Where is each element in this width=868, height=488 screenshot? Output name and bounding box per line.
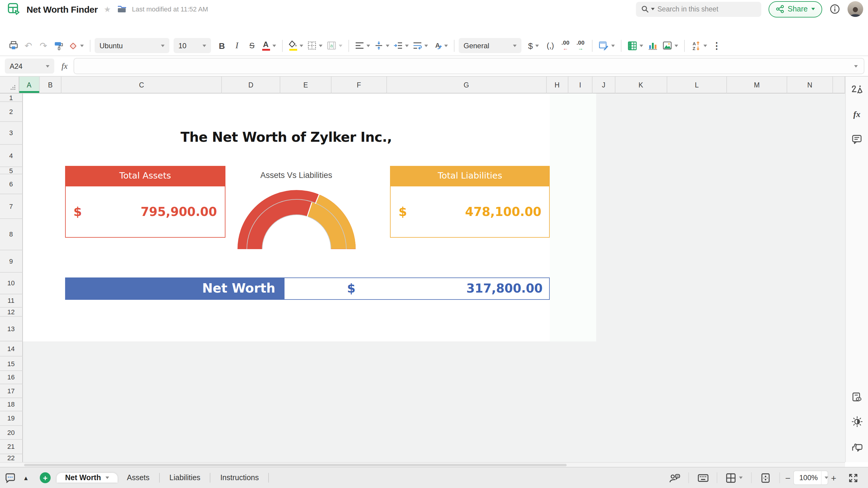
column-header-M[interactable]: M <box>727 77 787 93</box>
zia-assistant-icon[interactable] <box>849 83 864 97</box>
redo-button[interactable]: ↷ <box>36 38 51 53</box>
row-header-22[interactable]: 22 <box>0 454 23 462</box>
total-liabilities-card[interactable]: Total Liabilities $478,100.00 <box>390 166 550 237</box>
more-tools-button[interactable]: ⋮ <box>710 38 724 53</box>
column-header-I[interactable]: I <box>568 77 592 93</box>
keyboard-shortcuts-icon[interactable] <box>695 470 711 486</box>
conditional-format-button[interactable] <box>597 38 617 53</box>
row-header-20[interactable]: 20 <box>0 426 23 440</box>
number-format-select[interactable]: General <box>459 38 521 53</box>
column-header-N[interactable]: N <box>787 77 833 93</box>
formula-bar-expand-caret-icon[interactable] <box>854 65 858 67</box>
row-header-15[interactable]: 15 <box>0 356 23 371</box>
row-header-19[interactable]: 19 <box>0 411 23 426</box>
column-header-D[interactable]: D <box>222 77 281 93</box>
horizontal-scrollbar[interactable] <box>0 462 845 467</box>
fill-color-button[interactable] <box>287 38 305 53</box>
document-title[interactable]: Net Worth Finder <box>27 4 98 14</box>
zoom-level-select[interactable]: 100% <box>793 470 828 485</box>
add-sheet-button[interactable]: + <box>40 472 51 483</box>
sheet-list-button[interactable]: ▲ <box>18 470 34 486</box>
print-button[interactable] <box>6 38 21 53</box>
borders-button[interactable] <box>306 38 324 53</box>
format-painter-button[interactable] <box>51 38 66 53</box>
sheet-tab-assets[interactable]: Assets <box>117 473 159 483</box>
text-color-button[interactable]: A <box>260 38 278 53</box>
column-header-E[interactable]: E <box>280 77 332 93</box>
column-header-G[interactable]: G <box>387 77 547 93</box>
row-header-14[interactable]: 14 <box>0 341 23 356</box>
sheet-tab-instructions[interactable]: Instructions <box>211 473 269 483</box>
appearance-theme-icon[interactable] <box>849 414 864 429</box>
insert-table-button[interactable] <box>626 38 645 53</box>
sheet-tab-liabilities[interactable]: Liabilities <box>160 473 210 483</box>
font-family-select[interactable]: Ubuntu <box>95 38 169 53</box>
row-header-8[interactable]: 8 <box>0 219 23 250</box>
select-all-corner[interactable] <box>0 77 19 93</box>
row-header-11[interactable]: 11 <box>0 294 23 307</box>
column-header-K[interactable]: K <box>615 77 667 93</box>
zoho-sheet-logo[interactable] <box>7 2 21 16</box>
column-header-H[interactable]: H <box>547 77 568 93</box>
networth-value-cell[interactable]: $317,800.00 <box>284 277 550 299</box>
row-header-6[interactable]: 6 <box>0 174 23 194</box>
horizontal-scrollbar-thumb[interactable] <box>24 464 567 466</box>
favorite-star-icon[interactable]: ★ <box>104 4 111 13</box>
clear-format-button[interactable] <box>66 38 86 53</box>
undo-button[interactable]: ↶ <box>21 38 36 53</box>
italic-button[interactable]: I <box>230 38 244 53</box>
functions-panel-icon[interactable]: fx <box>849 107 864 122</box>
column-header-F[interactable]: F <box>332 77 387 93</box>
insert-image-button[interactable] <box>661 38 680 53</box>
row-header-16[interactable]: 16 <box>0 371 23 384</box>
grid-canvas[interactable]: The Net Worth of Zylker Inc., Total Asse… <box>23 93 845 462</box>
cell-name-box[interactable]: A24 <box>5 58 54 74</box>
wrap-text-button[interactable] <box>411 38 430 53</box>
preview-icon[interactable] <box>849 390 864 404</box>
row-header-21[interactable]: 21 <box>0 440 23 454</box>
column-header-partial[interactable] <box>833 77 845 93</box>
bold-button[interactable]: B <box>215 38 229 53</box>
fit-to-screen-button[interactable] <box>758 470 773 486</box>
active-tab-caret-icon[interactable] <box>105 477 109 479</box>
row-header-7[interactable]: 7 <box>0 194 23 219</box>
row-header-18[interactable]: 18 <box>0 398 23 411</box>
indent-button[interactable] <box>392 38 410 53</box>
font-size-select[interactable]: 10 <box>174 38 211 53</box>
column-header-C[interactable]: C <box>62 77 222 93</box>
zoom-in-button[interactable]: + <box>828 472 839 483</box>
row-header-3[interactable]: 3 <box>0 121 23 144</box>
column-header-J[interactable]: J <box>593 77 615 93</box>
total-assets-card[interactable]: Total Assets $795,900.00 <box>65 166 225 237</box>
text-rotation-button[interactable]: A <box>430 38 450 53</box>
networth-label-banner[interactable]: Net Worth <box>65 277 284 299</box>
vertical-align-button[interactable] <box>373 38 391 53</box>
share-button[interactable]: Share <box>768 1 822 17</box>
merge-cells-button[interactable]: a <box>325 38 344 53</box>
search-options-caret-icon[interactable] <box>651 8 654 10</box>
decrease-decimal-button[interactable]: .00← <box>558 38 572 53</box>
horizontal-align-button[interactable] <box>353 38 372 53</box>
formula-input[interactable] <box>80 61 854 71</box>
currency-format-button[interactable]: $ <box>524 38 542 53</box>
row-header-2[interactable]: 2 <box>0 102 23 121</box>
strikethrough-button[interactable]: S <box>245 38 259 53</box>
comments-panel-icon[interactable] <box>849 132 864 147</box>
row-header-12[interactable]: 12 <box>0 307 23 316</box>
sheet-search-box[interactable] <box>636 1 761 17</box>
info-icon[interactable] <box>830 4 840 15</box>
sheet-title-text[interactable]: The Net Worth of Zylker Inc., <box>23 130 550 145</box>
folder-icon[interactable] <box>117 5 127 13</box>
row-header-9[interactable]: 9 <box>0 250 23 272</box>
sheet-tab-net-worth[interactable]: Net Worth <box>57 473 117 483</box>
collaborators-chat-icon[interactable] <box>667 470 682 486</box>
row-header-5[interactable]: 5 <box>0 167 23 174</box>
column-header-A[interactable]: A <box>19 77 39 93</box>
user-avatar[interactable] <box>847 1 863 17</box>
row-header-10[interactable]: 10 <box>0 272 23 294</box>
insert-chart-button[interactable] <box>646 38 660 53</box>
zoom-out-button[interactable]: − <box>782 472 793 483</box>
assets-vs-liabilities-gauge-chart[interactable] <box>235 188 358 250</box>
feedback-icon[interactable] <box>849 439 864 454</box>
fullscreen-button[interactable] <box>845 470 861 486</box>
